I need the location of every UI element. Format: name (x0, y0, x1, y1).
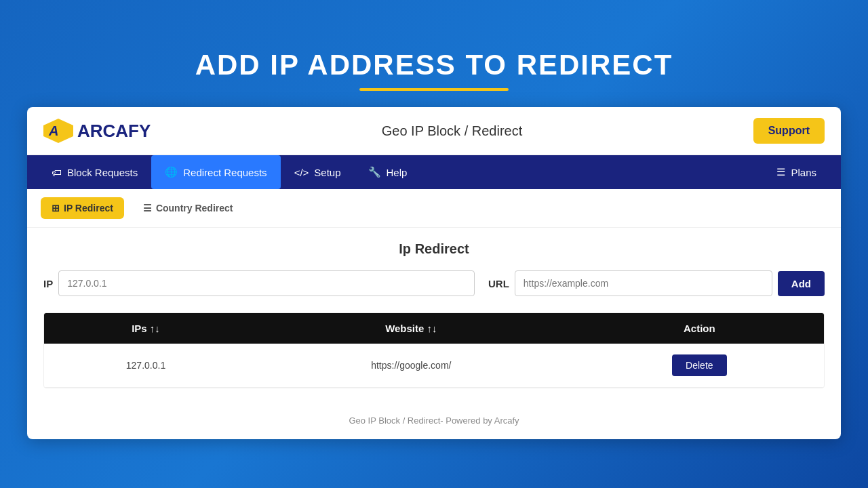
nav-block-requests[interactable]: 🏷 Block Requests (38, 156, 151, 189)
cell-website: https://google.com/ (248, 344, 575, 388)
logo-text: ARCAFY (77, 121, 151, 142)
page-title-section: ADD IP ADDRESS TO REDIRECT (195, 49, 673, 91)
sub-tabs: ⊞ IP Redirect ☰ Country Redirect (27, 189, 841, 228)
delete-button[interactable]: Delete (672, 354, 726, 376)
add-button[interactable]: Add (778, 271, 825, 296)
col-action: Action (575, 313, 824, 344)
nav-help[interactable]: 🔧 Help (355, 155, 421, 189)
col-ips[interactable]: IPs ↑↓ (44, 313, 248, 344)
nav-redirect-requests-label: Redirect Requests (183, 167, 267, 178)
main-card: A ARCAFY Geo IP Block / Redirect Support… (27, 107, 841, 439)
list-icon-tab: ☰ (143, 203, 152, 214)
support-button[interactable]: Support (753, 118, 825, 144)
nav-setup-label: Setup (314, 167, 340, 178)
card-header: A ARCAFY Geo IP Block / Redirect Support (27, 107, 841, 155)
table-icon: ⊞ (52, 203, 60, 214)
nav-redirect-requests[interactable]: 🌐 Redirect Requests (151, 155, 280, 189)
nav-bar: 🏷 Block Requests 🌐 Redirect Requests </>… (27, 155, 841, 189)
main-content: Ip Redirect IP URL Add IPs ↑↓ Website ↑↓ (27, 228, 841, 402)
input-row: IP URL Add (43, 270, 825, 296)
page-title: ADD IP ADDRESS TO REDIRECT (195, 49, 673, 81)
tab-country-redirect[interactable]: ☰ Country Redirect (132, 197, 244, 219)
url-label: URL (488, 278, 509, 289)
list-icon: ☰ (776, 166, 785, 178)
table-header-row: IPs ↑↓ Website ↑↓ Action (44, 313, 824, 344)
url-input-group: URL Add (488, 270, 825, 296)
table-body: 127.0.0.1 https://google.com/ Delete (44, 344, 824, 388)
table-row: 127.0.0.1 https://google.com/ Delete (44, 344, 824, 388)
footer-text: Geo IP Block / Redirect- Powered by Arca… (349, 415, 519, 426)
globe-icon: 🌐 (165, 166, 178, 178)
nav-block-requests-label: Block Requests (67, 167, 138, 178)
ip-input-group: IP (43, 270, 475, 296)
logo: A ARCAFY (43, 119, 151, 143)
tab-ip-redirect[interactable]: ⊞ IP Redirect (41, 197, 124, 219)
header-subtitle: Geo IP Block / Redirect (382, 123, 523, 139)
ip-input[interactable] (58, 270, 475, 296)
logo-icon: A (43, 119, 73, 143)
code-icon: </> (294, 167, 309, 178)
nav-plans-label: Plans (791, 167, 816, 178)
nav-setup[interactable]: </> Setup (281, 156, 355, 189)
nav-help-label: Help (387, 167, 408, 178)
wrench-icon: 🔧 (368, 166, 381, 178)
ip-label: IP (43, 278, 53, 289)
cell-action: Delete (575, 344, 824, 388)
url-input[interactable] (515, 270, 772, 296)
ip-redirect-table: IPs ↑↓ Website ↑↓ Action 127.0.0.1 https… (44, 313, 824, 388)
section-title: Ip Redirect (43, 241, 825, 257)
svg-text:A: A (48, 123, 58, 138)
nav-plans[interactable]: ☰ Plans (763, 155, 830, 189)
cell-ip: 127.0.0.1 (44, 344, 248, 388)
ip-redirect-table-wrapper: IPs ↑↓ Website ↑↓ Action 127.0.0.1 https… (43, 312, 825, 388)
title-underline (359, 88, 509, 91)
tag-icon: 🏷 (52, 167, 62, 178)
tab-country-redirect-label: Country Redirect (156, 203, 233, 214)
card-footer: Geo IP Block / Redirect- Powered by Arca… (27, 402, 841, 439)
tab-ip-redirect-label: IP Redirect (64, 203, 113, 214)
col-website[interactable]: Website ↑↓ (248, 313, 575, 344)
